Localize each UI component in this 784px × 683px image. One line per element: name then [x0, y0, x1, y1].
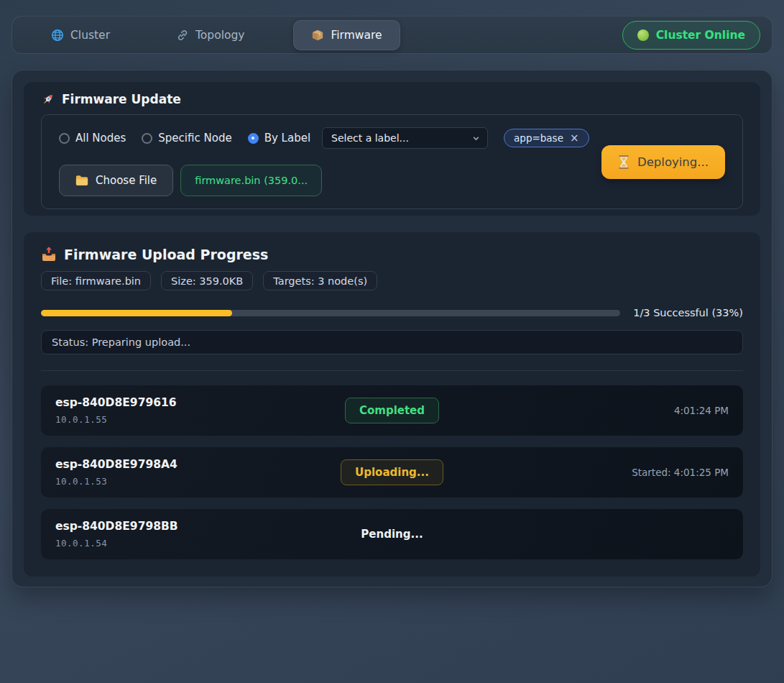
package-icon	[311, 29, 324, 42]
file-row: Choose File firmware.bin (359.0...	[59, 165, 589, 196]
node-info: esp-840D8E9798A4 10.0.1.53	[55, 458, 280, 487]
folder-icon	[75, 175, 88, 186]
choose-file-button[interactable]: Choose File	[59, 165, 173, 196]
label-select-dropdown[interactable]: Select a label...	[322, 127, 488, 149]
node-name: esp-840D8E979616	[55, 396, 280, 409]
deploy-button-label: Deploying...	[637, 155, 709, 169]
node-name: esp-840D8E9798A4	[55, 458, 280, 471]
progress-fill	[41, 310, 232, 316]
node-info: esp-840D8E979616 10.0.1.55	[55, 396, 280, 425]
hourglass-icon	[618, 155, 629, 169]
cluster-online-label: Cluster Online	[656, 29, 745, 42]
globe-icon	[51, 29, 64, 42]
tab-cluster-label: Cluster	[70, 29, 110, 42]
radio-all-nodes[interactable]: All Nodes	[59, 132, 126, 145]
upload-progress-row: 1/3 Successful (33%)	[41, 306, 743, 320]
chevron-down-icon	[472, 134, 480, 142]
tab-cluster[interactable]: Cluster	[34, 21, 127, 50]
node-status-badge: Pending...	[347, 521, 436, 547]
upload-progress-title: Firmware Upload Progress	[41, 247, 743, 262]
node-status-badge: Uploading...	[341, 459, 443, 485]
node-ip: 10.0.1.55	[55, 414, 280, 425]
selected-file-chip: firmware.bin (359.0...	[180, 165, 322, 196]
deploy-button[interactable]: Deploying...	[601, 145, 725, 179]
size-meta-chip: Size: 359.0KB	[161, 271, 253, 290]
upload-progress-card: Firmware Upload Progress File: firmware.…	[24, 232, 760, 577]
cluster-online-badge: Cluster Online	[622, 21, 760, 50]
rocket-icon	[41, 93, 55, 106]
node-ip: 10.0.1.53	[55, 476, 280, 487]
link-icon	[176, 29, 189, 42]
upload-status-box: Status: Preparing upload...	[41, 330, 743, 354]
node-row: esp-840D8E9798A4 10.0.1.53 Uploading... …	[41, 447, 743, 498]
node-timestamp: 4:01:24 PM	[504, 405, 729, 416]
upload-progress-title-text: Firmware Upload Progress	[64, 247, 268, 262]
node-row: esp-840D8E979616 10.0.1.55 Completed 4:0…	[41, 385, 743, 436]
selected-label-text: app=base	[514, 132, 563, 144]
divider	[41, 370, 743, 371]
firmware-update-title: Firmware Update	[41, 92, 743, 106]
radio-by-label-label: By Label	[264, 132, 310, 145]
radio-all-nodes-label: All Nodes	[75, 132, 126, 145]
selected-label-chip[interactable]: app=base ×	[504, 129, 589, 147]
upload-meta-row: File: firmware.bin Size: 359.0KB Targets…	[41, 271, 743, 290]
node-name: esp-840D8E9798BB	[55, 520, 280, 533]
top-nav-bar: Cluster Topology Firmware Cluster Online	[11, 16, 773, 54]
firmware-update-form: All Nodes Specific Node By Label Select …	[41, 114, 743, 209]
upload-tray-icon	[41, 247, 57, 262]
file-meta-chip: File: firmware.bin	[41, 271, 151, 290]
node-status-badge: Completed	[345, 398, 439, 423]
node-info: esp-840D8E9798BB 10.0.1.54	[55, 520, 280, 549]
radio-specific-node-label: Specific Node	[158, 132, 231, 145]
firmware-update-card: Firmware Update All Nodes Specific Node …	[24, 82, 760, 216]
node-ip: 10.0.1.54	[55, 538, 280, 549]
node-timestamp: Started: 4:01:25 PM	[504, 467, 729, 478]
node-row: esp-840D8E9798BB 10.0.1.54 Pending...	[41, 509, 743, 559]
target-mode-row: All Nodes Specific Node By Label Select …	[59, 127, 589, 149]
green-dot-icon	[637, 29, 649, 41]
radio-specific-node-control[interactable]	[142, 133, 152, 144]
progress-label: 1/3 Successful (33%)	[633, 307, 743, 318]
firmware-update-title-text: Firmware Update	[62, 92, 181, 106]
tab-firmware-label: Firmware	[331, 29, 382, 42]
main-panel: Firmware Update All Nodes Specific Node …	[11, 70, 773, 587]
choose-file-label: Choose File	[96, 174, 157, 187]
radio-by-label-control[interactable]	[248, 133, 259, 144]
tab-topology-label: Topology	[195, 29, 244, 42]
remove-label-icon[interactable]: ×	[570, 133, 579, 144]
radio-all-nodes-control[interactable]	[59, 133, 70, 144]
tab-firmware[interactable]: Firmware	[293, 20, 400, 50]
label-select-placeholder: Select a label...	[331, 132, 409, 144]
progress-bar-track	[41, 310, 620, 316]
radio-specific-node[interactable]: Specific Node	[142, 132, 231, 145]
targets-meta-chip: Targets: 3 node(s)	[263, 271, 377, 290]
radio-by-label[interactable]: By Label	[248, 132, 310, 145]
tab-topology[interactable]: Topology	[159, 21, 262, 50]
